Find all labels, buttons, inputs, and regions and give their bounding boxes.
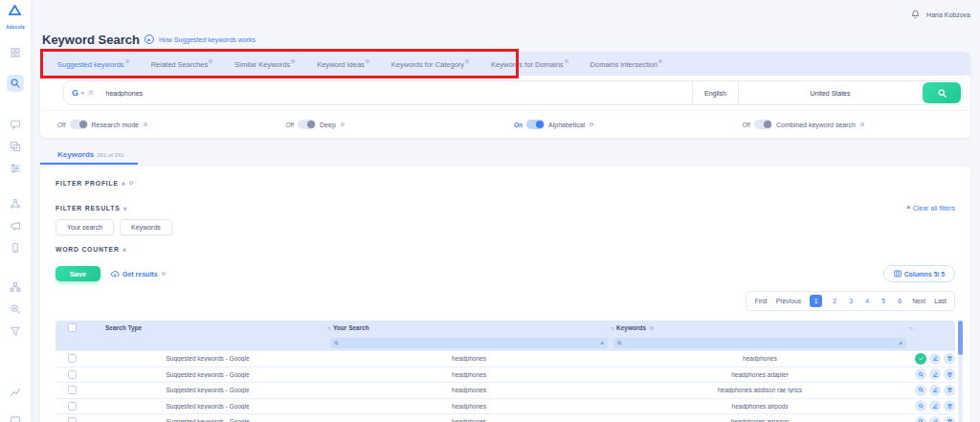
columns-button[interactable]: Columns 5/ 5 xyxy=(883,265,955,282)
notifications-bell-icon[interactable] xyxy=(911,6,920,23)
info-icon[interactable]: ? xyxy=(87,89,95,97)
toggle-switch-research-mode[interactable] xyxy=(70,120,88,129)
toggle-switch-deep[interactable] xyxy=(298,120,316,129)
tab-keywords[interactable]: Keywords 261 of 261 xyxy=(40,144,138,165)
table-scrollbar[interactable] xyxy=(958,321,963,422)
sidebar-item-copy-icon[interactable] xyxy=(7,138,24,155)
sidebar-item-chat-icon[interactable] xyxy=(7,116,24,133)
sidebar-item-mobile-icon[interactable] xyxy=(7,239,24,256)
clear-icon[interactable]: × xyxy=(600,340,604,346)
language-select[interactable]: English xyxy=(692,81,738,104)
pagination-first[interactable]: First xyxy=(754,298,767,304)
sidebar-item-zoom-search-icon[interactable] xyxy=(7,300,24,318)
filter-results-label[interactable]: FILTER RESULTS xyxy=(56,205,121,211)
logo-text: Adzoola xyxy=(6,25,25,30)
chip-your-search[interactable]: Your search xyxy=(56,219,114,235)
pagination-page-4[interactable]: 4 xyxy=(863,298,871,304)
sidebar-item-dashboard-icon[interactable] xyxy=(7,44,24,61)
trash-icon[interactable] xyxy=(944,400,955,411)
search-action-icon[interactable] xyxy=(915,400,926,411)
search-engine-select[interactable]: G ▾ ? xyxy=(64,81,102,104)
select-all-checkbox[interactable] xyxy=(68,323,77,332)
pagination-next[interactable]: Next xyxy=(912,298,925,304)
pagination-page-3[interactable]: 3 xyxy=(847,298,855,304)
search-button[interactable] xyxy=(923,82,961,103)
row-checkbox[interactable] xyxy=(68,417,77,422)
tab-related-searches[interactable]: Related Searches xyxy=(151,59,213,69)
row-checkbox[interactable] xyxy=(68,354,77,363)
trash-icon[interactable] xyxy=(944,416,955,422)
column-search-type[interactable]: Search Type xyxy=(88,324,327,331)
main-content: Hana Kobzova Keyword Search ▶ How Sugges… xyxy=(31,0,980,422)
tab-keywords-for-domains[interactable]: Keywords for Domains xyxy=(491,59,568,69)
results-tab-count: 261 of 261 xyxy=(97,152,123,158)
search-action-icon[interactable] xyxy=(915,385,926,396)
sort-icon[interactable]: ↑↓ xyxy=(611,325,613,331)
search-action-icon[interactable] xyxy=(915,416,926,422)
edit-icon[interactable] xyxy=(929,385,941,396)
get-results-button[interactable]: Get results xyxy=(110,270,166,278)
user-name[interactable]: Hana Kobzova xyxy=(926,11,970,18)
pagination-page-5[interactable]: 5 xyxy=(880,298,887,304)
tab-similar-keywords[interactable]: Similar Keywords xyxy=(234,59,295,69)
table-row: Suggested keywords - Googleheadphoneshea… xyxy=(56,398,955,414)
help-link[interactable]: How Suggested keywords works xyxy=(159,36,256,43)
chip-keywords[interactable]: Keywords xyxy=(120,219,172,235)
cell-your-search: headphones xyxy=(327,418,611,422)
pagination-page-6[interactable]: 6 xyxy=(896,298,903,304)
sidebar-item-network-icon[interactable] xyxy=(7,195,24,212)
sidebar-item-keyword-search-icon[interactable] xyxy=(7,75,24,92)
row-checkbox[interactable] xyxy=(68,386,77,394)
column-keywords[interactable]: ↑↓ Keywords xyxy=(611,324,909,331)
pagination-page-1[interactable]: 1 xyxy=(810,295,822,307)
selected-check-icon[interactable] xyxy=(915,353,926,365)
chevron-up-icon[interactable]: ∧ xyxy=(122,246,126,253)
tab-keywords-for-category[interactable]: Keywords for Category xyxy=(391,59,469,69)
info-icon[interactable] xyxy=(129,181,133,185)
adzoola-logo[interactable]: Adzoola xyxy=(6,5,25,33)
sidebar-item-sitemap-icon[interactable] xyxy=(7,278,24,296)
edit-icon[interactable] xyxy=(929,368,941,380)
pagination-page-2[interactable]: 2 xyxy=(831,298,838,304)
edit-icon[interactable] xyxy=(929,400,941,411)
tab-suggested-keywords[interactable]: Suggested keywords xyxy=(57,59,129,69)
clear-all-filters[interactable]: × Clear all filters xyxy=(906,205,955,211)
sidebar: Adzoola xyxy=(0,0,31,422)
trash-icon[interactable] xyxy=(944,385,955,396)
filter-profile-label[interactable]: FILTER PROFILE xyxy=(56,180,119,187)
country-select[interactable]: United States xyxy=(738,81,922,104)
trash-icon[interactable] xyxy=(944,353,955,365)
tab-keyword-ideas[interactable]: Keyword Ideas xyxy=(317,59,369,69)
chevron-down-icon[interactable]: ∨ xyxy=(123,205,127,211)
pagination-previous[interactable]: Previous xyxy=(776,298,801,304)
chevron-up-icon[interactable]: ∧ xyxy=(122,180,125,187)
keyword-input[interactable] xyxy=(102,81,692,104)
sidebar-item-funnel-icon[interactable] xyxy=(7,322,24,340)
sidebar-item-analytics-icon[interactable] xyxy=(7,384,24,401)
toggle-switch-alphabetical[interactable] xyxy=(526,120,545,129)
save-button[interactable]: Save xyxy=(56,266,100,281)
edit-icon[interactable] xyxy=(929,416,941,422)
play-video-icon[interactable]: ▶ xyxy=(145,34,154,44)
cell-keyword: headphones xyxy=(611,355,909,362)
sort-icon[interactable]: ↑↓ xyxy=(327,325,330,331)
row-checkbox[interactable] xyxy=(68,370,77,379)
word-counter-label[interactable]: WORD COUNTER xyxy=(56,246,120,253)
tab-domains-intersection[interactable]: Domains Intersection xyxy=(590,59,662,69)
cell-search-type: Suggested keywords - Google xyxy=(88,418,327,422)
scrollbar-thumb[interactable] xyxy=(958,321,963,355)
toggle-switch-combined-keyword-search[interactable] xyxy=(754,120,772,129)
row-checkbox[interactable] xyxy=(68,402,77,411)
search-action-icon[interactable] xyxy=(915,368,926,380)
clear-icon[interactable]: × xyxy=(899,340,902,346)
sidebar-item-support-icon[interactable] xyxy=(7,412,24,422)
edit-icon[interactable] xyxy=(929,353,941,365)
trash-icon[interactable] xyxy=(944,368,955,380)
sort-icon[interactable]: ↑↓ xyxy=(909,325,912,331)
pagination-last[interactable]: Last xyxy=(934,298,947,304)
sidebar-item-tools-icon[interactable] xyxy=(7,160,24,177)
sidebar-item-ads-icon[interactable] xyxy=(7,217,24,234)
column-your-search[interactable]: ↑↓ Your Search xyxy=(327,324,611,331)
your-search-filter-input[interactable]: × xyxy=(330,338,608,348)
keywords-filter-input[interactable]: × xyxy=(613,338,906,348)
